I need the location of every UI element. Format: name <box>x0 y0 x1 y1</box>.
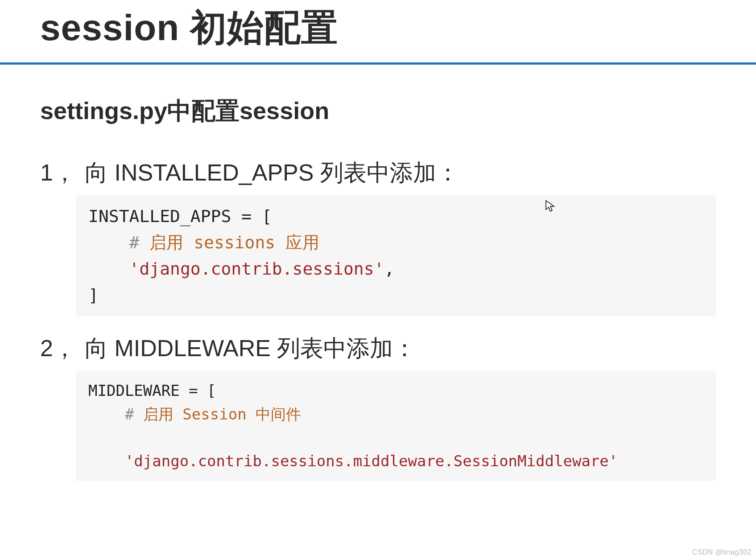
code-string: 'django.contrib.sessions.middleware.Sess… <box>125 452 618 470</box>
code-comment-word: 启用 <box>149 233 183 252</box>
code-string: 'django.contrib.sessions' <box>129 259 384 279</box>
item-1-heading-text: 向 INSTALLED_APPS 列表中添加： <box>85 160 459 185</box>
code-token: ] <box>88 285 99 305</box>
code-comment-hash: # <box>88 233 149 252</box>
code-comment-word: Session <box>182 405 246 423</box>
item-1-number: 1， <box>40 159 85 186</box>
code-token: MIDDLEWARE <box>88 382 180 399</box>
code-space <box>275 233 285 252</box>
code-token: = [ <box>180 382 216 399</box>
code-comment-word: 应用 <box>285 233 319 252</box>
code-comment-hash: # <box>88 405 143 423</box>
code-comment-word: 启用 <box>143 405 174 423</box>
item-2-number: 2， <box>40 334 85 362</box>
list-item-2: 2，向 MIDDLEWARE 列表中添加： MIDDLEWARE = [ # 启… <box>40 334 716 481</box>
item-1-heading: 1，向 INSTALLED_APPS 列表中添加： <box>40 159 716 186</box>
subheading: settings.py中配置session <box>40 95 716 127</box>
code-comment-word: sessions <box>194 233 275 252</box>
code-punct: , <box>384 259 394 279</box>
code-indent <box>88 452 125 470</box>
item-2-heading-text: 向 MIDDLEWARE 列表中添加： <box>85 335 416 361</box>
code-token: = [ <box>231 206 272 226</box>
content-area: settings.py中配置session 1，向 INSTALLED_APPS… <box>0 95 756 481</box>
code-indent <box>88 259 129 279</box>
title-underline <box>0 62 756 65</box>
code-block-middleware: MIDDLEWARE = [ # 启用 Session 中间件 'django.… <box>76 371 716 481</box>
page-title: session 初始配置 <box>40 0 756 53</box>
item-2-heading: 2，向 MIDDLEWARE 列表中添加： <box>40 334 716 362</box>
code-comment-word: 中间件 <box>256 405 301 423</box>
code-space <box>174 405 182 423</box>
document-page: session 初始配置 settings.py中配置session 1，向 I… <box>0 0 756 481</box>
title-section: session 初始配置 <box>0 0 756 53</box>
list-item-1: 1，向 INSTALLED_APPS 列表中添加： INSTALLED_APPS… <box>40 159 716 316</box>
code-token: INSTALLED_APPS <box>88 206 231 226</box>
code-space <box>247 405 256 423</box>
code-space <box>183 233 194 252</box>
code-block-installed-apps: INSTALLED_APPS = [ # 启用 sessions 应用 'dja… <box>76 195 716 316</box>
